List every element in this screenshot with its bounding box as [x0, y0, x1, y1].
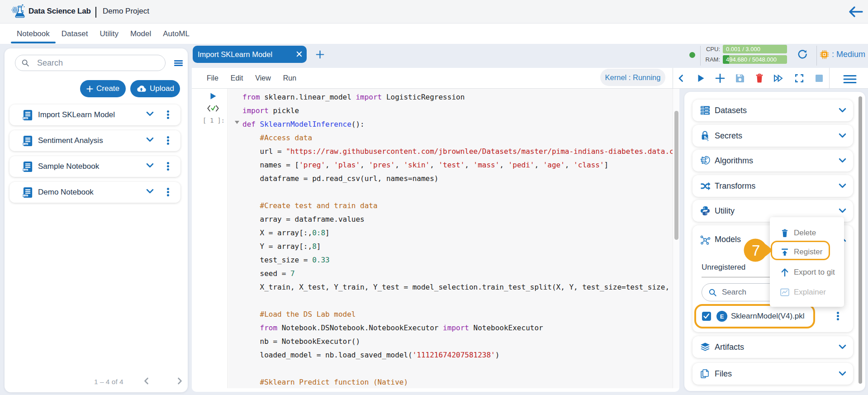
app-header: Data Science Lab Demo Project	[0, 0, 868, 24]
notebook-item[interactable]: Demo Notebook	[9, 182, 180, 203]
run-all-icon[interactable]	[773, 73, 786, 84]
nav-tab-notebook[interactable]: Notebook	[11, 24, 56, 44]
step-annotation-badge: 7	[744, 238, 773, 262]
context-menu-item-explainer[interactable]: Explainer	[770, 283, 844, 302]
code-line: #Sklearn Predict function (Native)	[242, 378, 408, 386]
register-icon	[780, 247, 790, 257]
notebook-kebab-icon[interactable]	[164, 161, 171, 172]
secrets-icon	[700, 130, 711, 141]
model-checkbox[interactable]	[702, 312, 711, 321]
sidebar-search-input[interactable]	[37, 58, 150, 68]
notebook-item-label: Demo Notebook	[38, 188, 94, 197]
notebook-icon	[22, 109, 34, 121]
notebook-tab[interactable]: Import SKLearn Model	[193, 46, 307, 63]
notebook-item[interactable]: Import SKLearn Model	[9, 105, 180, 125]
panel-section-datasets[interactable]: Datasets	[693, 100, 853, 121]
code-line: def SklearnModelInference():	[242, 120, 365, 128]
panel-section-algorithms[interactable]: Algorithms	[693, 150, 853, 171]
kernel-status: Kernel : Running	[600, 69, 665, 86]
code-line: X_train, X_test, Y_train, Y_test = model…	[242, 283, 669, 291]
check-icon	[703, 314, 710, 319]
code-area[interactable]: from sklearn.linear_model import Logisti…	[228, 89, 673, 388]
tab-close-icon[interactable]	[296, 51, 303, 57]
delete-cell-icon[interactable]	[754, 73, 765, 84]
panel-section-secrets[interactable]: Secrets	[693, 125, 853, 147]
editor-tabstrip: Import SKLearn Model CPU: 0.001 / 3.000 …	[192, 44, 868, 68]
ram-usage-row: RAM: 494.680 / 5048.000	[703, 55, 787, 64]
chevron-down-icon[interactable]	[146, 137, 154, 142]
ram-usage-bar: 494.680 / 5048.000	[723, 55, 787, 64]
context-menu-item-label: Register	[794, 247, 822, 257]
model-kebab-icon[interactable]	[834, 311, 841, 322]
editor-toolbar: FileEditViewRun Kernel : Running	[192, 68, 868, 89]
back-arrow-icon[interactable]	[849, 6, 863, 18]
unregistered-label: Unregistered	[702, 263, 745, 272]
sidebar-pagination: 1 – 4 of 4	[5, 376, 188, 389]
add-tab-icon[interactable]	[316, 50, 324, 59]
code-line: import pickle	[242, 106, 299, 115]
app-logo-icon	[11, 3, 29, 21]
models-section-label: Models	[715, 235, 741, 244]
menu-run[interactable]: Run	[283, 74, 296, 82]
context-menu-item-register[interactable]: Register	[770, 243, 844, 262]
panel-section-artifacts[interactable]: Artifacts	[693, 336, 853, 358]
notebook-kebab-icon[interactable]	[164, 187, 171, 198]
add-cell-icon[interactable]	[715, 73, 726, 84]
panel-scrollbar-thumb[interactable]	[859, 96, 862, 384]
code-line: dataframe = pd.read_csv(url, names=names…	[242, 174, 438, 183]
panel-section-transforms[interactable]: Transforms	[693, 175, 853, 197]
cell-run-icon[interactable]	[209, 92, 217, 100]
divider	[700, 46, 701, 66]
notebook-item[interactable]: Sentiment Analysis	[9, 130, 180, 151]
run-cell-icon[interactable]	[695, 73, 706, 84]
nav-tab-model[interactable]: Model	[124, 24, 157, 44]
upload-button[interactable]: Upload	[130, 80, 180, 97]
chevron-down-icon[interactable]	[146, 163, 154, 168]
notebook-tab-title: Import SKLearn Model	[198, 50, 272, 59]
notebook-item[interactable]: Sample Notebook	[9, 156, 180, 177]
cell-success-icon	[207, 105, 219, 112]
nav-tab-automl[interactable]: AutoML	[157, 24, 195, 44]
instance-size[interactable]: : Medium	[820, 50, 865, 59]
fullscreen-icon[interactable]	[794, 73, 804, 84]
context-menu-item-export-to-git[interactable]: Export to git	[770, 263, 844, 282]
panel-scrollbar[interactable]	[858, 94, 863, 389]
save-icon[interactable]	[735, 73, 745, 84]
chevron-down-icon	[839, 108, 846, 113]
editor-scrollbar-thumb[interactable]	[674, 111, 678, 240]
menu-edit[interactable]: Edit	[231, 74, 243, 82]
context-menu-item-label: Explainer	[794, 288, 826, 297]
panel-section-files[interactable]: Files	[693, 363, 853, 385]
model-list-item[interactable]: E SklearnModel(V4).pkl	[694, 304, 815, 328]
code-line: url = "https://raw.githubusercontent.com…	[242, 147, 673, 156]
editor-scrollbar[interactable]	[673, 89, 679, 388]
algorithms-icon	[700, 155, 711, 166]
nav-tab-dataset[interactable]: Dataset	[56, 24, 94, 44]
nav-tab-utility[interactable]: Utility	[94, 24, 124, 44]
notebook-kebab-icon[interactable]	[164, 135, 171, 146]
notebook-kebab-icon[interactable]	[164, 109, 171, 120]
stop-kernel-icon[interactable]	[815, 73, 824, 84]
chevron-down-icon[interactable]	[146, 189, 154, 194]
list-view-toggle-icon[interactable]	[174, 60, 183, 66]
divider	[816, 46, 817, 66]
notebook-item-label: Sentiment Analysis	[38, 136, 103, 145]
code-line: names = ['preg', 'plas', 'pres', 'skin',…	[242, 161, 608, 169]
chevron-down-icon[interactable]	[146, 111, 154, 116]
pagination-prev-icon[interactable]	[142, 376, 151, 385]
code-editor: [ 1 ]: from sklearn.linear_model import …	[192, 89, 679, 392]
panel-section-label: Datasets	[715, 106, 747, 115]
pagination-next-icon[interactable]	[175, 376, 184, 385]
code-line: #Access data	[242, 133, 312, 142]
context-menu-item-delete[interactable]: Delete	[770, 224, 844, 243]
code-line: from Notebook.DSNotebook.NotebookExecuto…	[242, 324, 543, 332]
model-context-menu: DeleteRegisterExport to gitExplainer	[770, 217, 844, 307]
menu-file[interactable]: File	[207, 74, 218, 82]
refresh-icon[interactable]	[797, 49, 808, 60]
code-fold-icon[interactable]	[235, 121, 239, 124]
toolbar-menu-icon[interactable]	[843, 74, 857, 85]
sidebar-search-box[interactable]	[15, 55, 166, 71]
step-back-icon[interactable]	[676, 73, 687, 84]
menu-view[interactable]: View	[255, 74, 270, 82]
create-button[interactable]: Create	[80, 80, 126, 97]
